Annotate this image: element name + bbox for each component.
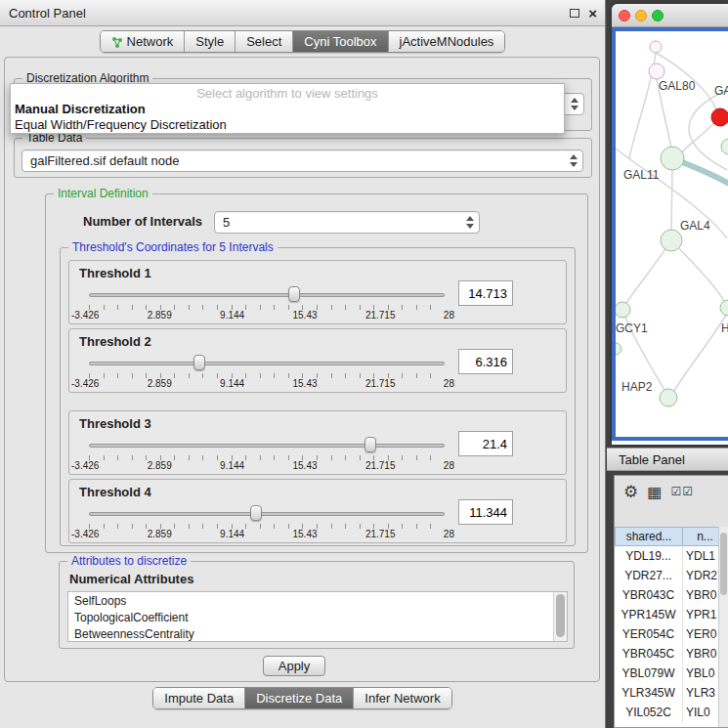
scale-label: -3.426 — [71, 378, 99, 389]
node-label: GA — [714, 84, 728, 98]
tab-select[interactable]: Select — [235, 31, 292, 52]
table-scrollbar[interactable] — [718, 527, 728, 727]
select-columns-icon[interactable]: ☑☑ — [670, 485, 694, 498]
table-cell[interactable]: YDL19... — [615, 546, 683, 566]
threshold-4-slider[interactable] — [89, 505, 445, 523]
slider-track[interactable] — [89, 512, 445, 516]
scale-label: 28 — [444, 529, 454, 539]
table-cell[interactable]: YLR3 — [683, 683, 718, 703]
table-cell[interactable]: YIL0 — [683, 703, 718, 722]
table-row[interactable]: YLR345W YLR3 — [615, 683, 718, 703]
node-label: H — [721, 321, 728, 335]
table-row[interactable]: YBR045C YBR0 — [615, 644, 718, 664]
table-cell[interactable]: YLR345W — [615, 683, 683, 703]
list-item[interactable]: TopologicalCoefficient — [68, 609, 567, 625]
table-row[interactable]: YBR043C YBR0 — [615, 585, 718, 605]
tab-impute-data[interactable]: Impute Data — [153, 688, 244, 708]
list-scrollbar[interactable] — [553, 592, 567, 641]
slider-track[interactable] — [89, 444, 445, 448]
threshold-4-panel: Threshold 4 -3.426 2.859 9.144 15.43 21.… — [68, 479, 567, 543]
slider-thumb[interactable] — [364, 437, 376, 452]
column-header-shared-name[interactable]: shared... — [615, 527, 683, 546]
tab-label: Select — [246, 34, 281, 49]
table-cell[interactable]: YDR2 — [683, 566, 718, 585]
slider-scale: -3.426 2.859 9.144 15.43 21.715 28 — [71, 378, 454, 389]
close-traffic-light-icon[interactable] — [619, 10, 630, 21]
scale-label: 9.144 — [220, 529, 244, 539]
threshold-3-value-input[interactable] — [458, 431, 513, 456]
tab-label: Cyni Toolbox — [304, 34, 376, 49]
network-canvas[interactable]: GAL80 GA GAL11 GAL4 GCY1 H HAP2 — [612, 27, 728, 441]
tab-style[interactable]: Style — [184, 31, 235, 52]
apply-button[interactable]: Apply — [263, 656, 325, 676]
tab-label: jActiveMNodules — [400, 34, 494, 49]
table-cell[interactable]: YIL052C — [615, 703, 683, 722]
node-label: GAL80 — [659, 79, 695, 93]
gear-icon[interactable]: ⚙ — [623, 482, 638, 502]
scale-label: 2.859 — [148, 378, 172, 389]
tab-infer-network[interactable]: Infer Network — [353, 688, 450, 708]
list-item[interactable]: BetweennessCentrality — [68, 625, 567, 642]
slider-thumb[interactable] — [288, 286, 300, 302]
list-item[interactable]: SelfLoops — [68, 592, 567, 609]
scale-label: 9.144 — [220, 460, 244, 471]
combo-stepper-icon[interactable] — [571, 98, 578, 110]
table-row[interactable]: YDL19... YDL1 — [615, 546, 718, 566]
table-cell[interactable]: YPR1 — [683, 605, 718, 624]
table-cell[interactable]: YDR27... — [615, 566, 683, 585]
tab-discretize-data[interactable]: Discretize Data — [244, 688, 353, 708]
close-icon[interactable]: × — [588, 6, 597, 21]
threshold-2-value-input[interactable] — [458, 349, 513, 374]
table-row[interactable]: YIL052C YIL0 — [615, 703, 718, 722]
table-cell[interactable]: YBL0 — [683, 664, 718, 683]
number-of-intervals-label: Number of Intervals — [83, 214, 202, 229]
threshold-1-value-input[interactable] — [458, 280, 513, 306]
control-panel-title: Control Panel — [9, 6, 86, 21]
table-cell[interactable]: YPR145W — [615, 605, 683, 624]
dropdown-option-manual-discretization[interactable]: Manual Discretization — [11, 101, 564, 116]
node-label: HAP2 — [621, 380, 652, 394]
table-row[interactable]: YBL079W YBL0 — [615, 664, 718, 683]
slider-track[interactable] — [89, 362, 445, 365]
table-row[interactable]: YDR27... YDR2 — [615, 566, 718, 585]
number-of-intervals-combobox[interactable]: 5 — [214, 211, 480, 234]
slider-scale: -3.426 2.859 9.144 15.43 21.715 28 — [71, 310, 454, 321]
scale-label: 28 — [444, 310, 454, 321]
scale-label: 15.43 — [293, 460, 318, 471]
combo-stepper-icon[interactable] — [466, 216, 474, 229]
tab-jactivemnodules[interactable]: jActiveMNodules — [388, 31, 505, 52]
table-panel-title: Table Panel — [619, 452, 685, 467]
attributes-group: Attributes to discretize Numerical Attri… — [59, 561, 575, 649]
threshold-1-label: Threshold 1 — [79, 266, 151, 280]
combo-stepper-icon[interactable] — [570, 154, 578, 167]
slider-thumb[interactable] — [250, 505, 262, 521]
table-cell[interactable]: YBR0 — [683, 644, 718, 664]
table-cell[interactable]: YER054C — [615, 624, 683, 644]
table-row[interactable]: YPR145W YPR1 — [615, 605, 718, 624]
scale-label: 2.859 — [148, 310, 172, 321]
threshold-1-slider[interactable] — [89, 286, 445, 304]
column-manager-icon[interactable]: ▦ — [647, 483, 662, 501]
minimize-traffic-light-icon[interactable] — [635, 10, 647, 21]
tab-network[interactable]: Network — [101, 31, 185, 52]
table-panel-titlebar: Table Panel — [607, 448, 728, 471]
table-data-combobox[interactable]: galFiltered.sif default node — [21, 150, 583, 172]
table-cell[interactable]: YBL079W — [615, 664, 683, 683]
top-tab-bar: Network Style Select Cyni Toolbox jActiv… — [0, 30, 605, 53]
threshold-4-value-input[interactable] — [458, 499, 513, 525]
threshold-2-slider[interactable] — [89, 355, 445, 372]
dropdown-option-equal-width-frequency[interactable]: Equal Width/Frequency Discretization — [11, 116, 564, 132]
table-panel: ⚙ ▦ ☑☑ shared... n... YDL19... YDL1 YDR2… — [614, 475, 728, 728]
tab-cyni-toolbox[interactable]: Cyni Toolbox — [292, 31, 387, 52]
table-cell[interactable]: YER0 — [683, 624, 718, 644]
float-window-icon[interactable] — [570, 9, 579, 18]
threshold-3-slider[interactable] — [89, 437, 445, 454]
table-row[interactable]: YER054C YER0 — [615, 624, 718, 644]
slider-thumb[interactable] — [193, 355, 205, 370]
table-cell[interactable]: YBR045C — [615, 644, 683, 664]
zoom-traffic-light-icon[interactable] — [652, 10, 664, 21]
table-cell[interactable]: YDL1 — [683, 546, 718, 566]
slider-track[interactable] — [89, 293, 445, 297]
table-cell[interactable]: YBR043C — [615, 585, 683, 605]
table-cell[interactable]: YBR0 — [683, 585, 718, 605]
